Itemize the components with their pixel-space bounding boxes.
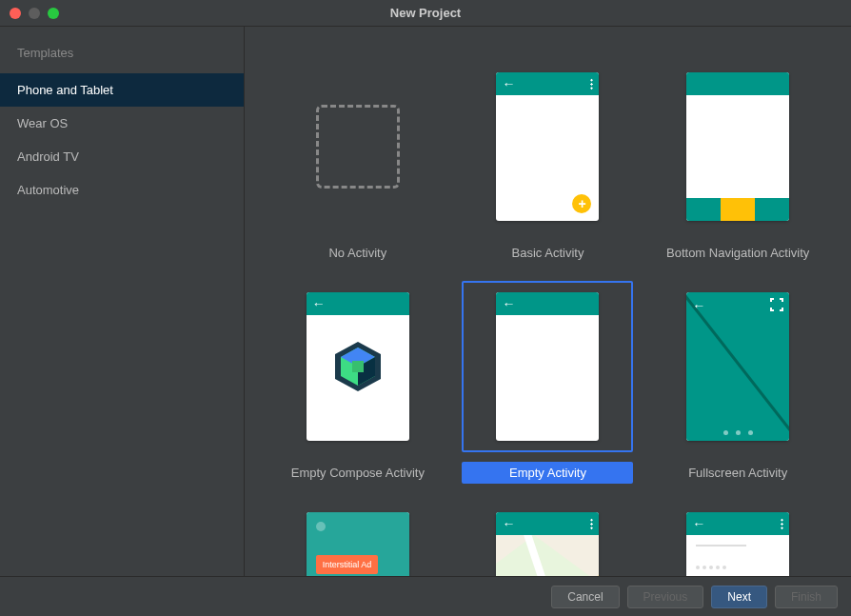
sidebar-header: Templates: [0, 27, 244, 73]
template-label: Empty Compose Activity: [280, 462, 436, 484]
fullscreen-thumbnail: ←: [686, 292, 789, 441]
overflow-menu-icon: [781, 518, 783, 530]
map-background-icon: [496, 535, 599, 576]
bottom-nav-thumbnail: [686, 72, 789, 221]
overflow-menu-icon: [590, 518, 593, 530]
interstitial-thumbnail: Interstitial Ad: [307, 512, 409, 576]
template-interstitial-ad[interactable]: Interstitial Ad: [267, 501, 448, 576]
no-activity-thumbnail: [316, 105, 400, 189]
sidebar-item-phone-tablet[interactable]: Phone and Tablet: [0, 73, 244, 107]
svg-marker-4: [352, 361, 364, 372]
template-basic-activity[interactable]: ← + Basic Activity: [458, 61, 639, 264]
previous-button[interactable]: Previous: [627, 586, 704, 608]
maximize-window-button[interactable]: [48, 8, 59, 19]
sidebar-item-label: Wear OS: [17, 116, 68, 130]
window-controls: [0, 8, 59, 19]
basic-activity-thumbnail: ← +: [496, 72, 599, 221]
fab-icon: +: [572, 194, 591, 213]
titlebar: New Project: [0, 0, 851, 27]
finish-button[interactable]: Finish: [775, 586, 838, 608]
sidebar-item-label: Android TV: [17, 149, 79, 164]
close-window-button[interactable]: [10, 8, 21, 19]
expand-icon: [770, 298, 783, 314]
template-bottom-navigation[interactable]: Bottom Navigation Activity: [647, 61, 828, 264]
overflow-menu-icon: [590, 78, 593, 90]
template-gallery: No Activity ← + Basic Activity: [245, 27, 851, 576]
sidebar-item-android-tv[interactable]: Android TV: [0, 140, 244, 173]
bottom-nav-bar-icon: [686, 198, 789, 221]
template-label: Fullscreen Activity: [677, 462, 799, 484]
page-indicator-icon: [686, 430, 789, 435]
template-label: Empty Activity: [462, 462, 633, 484]
jetpack-compose-icon: [335, 342, 381, 391]
cancel-button[interactable]: Cancel: [551, 586, 619, 608]
back-arrow-icon: ←: [692, 298, 705, 313]
login-thumbnail: ←: [686, 512, 789, 576]
empty-activity-thumbnail: ←: [496, 292, 599, 441]
template-google-maps[interactable]: ←: [458, 501, 639, 576]
template-label: No Activity: [317, 242, 398, 264]
template-label: Bottom Navigation Activity: [655, 242, 821, 264]
template-fullscreen[interactable]: ← Fullscreen Activity: [647, 281, 828, 484]
sidebar-item-automotive[interactable]: Automotive: [0, 173, 244, 207]
window-title: New Project: [0, 6, 851, 20]
template-no-activity[interactable]: No Activity: [267, 61, 448, 264]
sidebar-item-label: Phone and Tablet: [17, 83, 113, 97]
back-arrow-icon: ←: [502, 297, 515, 310]
sidebar-item-label: Automotive: [17, 183, 79, 197]
next-button[interactable]: Next: [711, 586, 767, 608]
wizard-footer: Cancel Previous Next Finish: [0, 576, 851, 616]
template-label: Basic Activity: [501, 242, 596, 264]
back-arrow-icon: ←: [502, 77, 515, 90]
compose-thumbnail: ←: [307, 292, 409, 441]
template-login[interactable]: ←: [647, 501, 828, 576]
sidebar: Templates Phone and Tablet Wear OS Andro…: [0, 27, 245, 576]
template-empty-compose[interactable]: ← Empty Compose Activity: [267, 281, 448, 484]
minimize-window-button[interactable]: [29, 8, 40, 19]
template-empty-activity[interactable]: ← Empty Activity: [458, 281, 639, 484]
placeholder-dot-icon: [316, 522, 326, 531]
sidebar-item-wear-os[interactable]: Wear OS: [0, 107, 244, 140]
maps-thumbnail: ←: [496, 512, 599, 576]
back-arrow-icon: ←: [502, 517, 515, 530]
back-arrow-icon: ←: [312, 297, 326, 310]
back-arrow-icon: ←: [692, 517, 705, 530]
ad-badge: Interstitial Ad: [316, 555, 379, 574]
